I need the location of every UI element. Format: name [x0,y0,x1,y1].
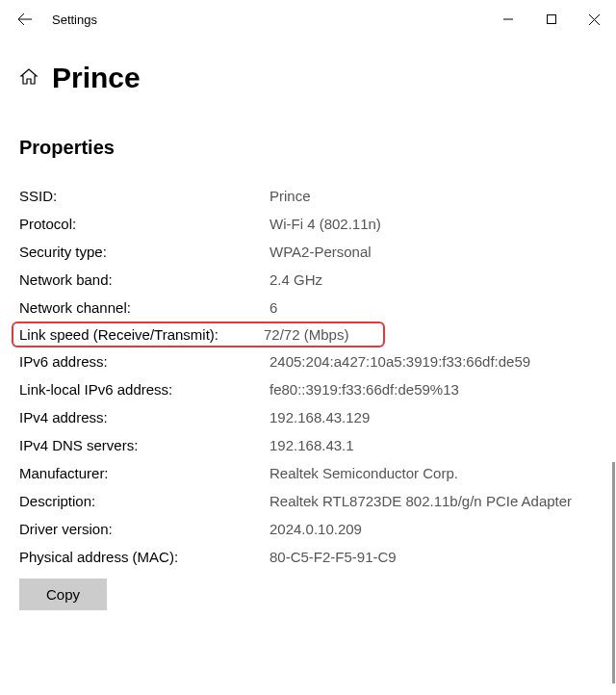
value-channel: 6 [270,299,597,316]
value-protocol: Wi-Fi 4 (802.11n) [270,216,597,232]
label-ssid: SSID: [19,188,270,204]
row-linkspeed-highlighted: Link speed (Receive/Transmit): 72/72 (Mb… [12,322,385,348]
row-driver: Driver version: 2024.0.10.209 [19,515,597,543]
label-channel: Network channel: [19,299,270,316]
label-dns: IPv4 DNS servers: [19,437,270,453]
properties-table: SSID: Prince Protocol: Wi-Fi 4 (802.11n)… [19,182,597,571]
label-manufacturer: Manufacturer: [19,465,270,481]
label-linkspeed: Link speed (Receive/Transmit): [19,326,264,343]
label-description: Description: [19,493,270,509]
label-security: Security type: [19,244,270,260]
label-band: Network band: [19,271,270,288]
page-header: Prince [19,62,597,94]
value-dns: 192.168.43.1 [270,437,597,453]
row-channel: Network channel: 6 [19,294,597,322]
row-mac: Physical address (MAC): 80-C5-F2-F5-91-C… [19,543,597,571]
value-band: 2.4 GHz [270,271,597,288]
scrollbar[interactable] [612,462,615,683]
value-driver: 2024.0.10.209 [270,521,597,537]
label-protocol: Protocol: [19,216,270,232]
row-ipv4: IPv4 address: 192.168.43.129 [19,403,597,431]
row-protocol: Protocol: Wi-Fi 4 (802.11n) [19,210,597,238]
label-linklocal: Link-local IPv6 address: [19,381,270,398]
close-button[interactable] [573,5,616,34]
minimize-button[interactable] [486,5,529,34]
label-ipv6: IPv6 address: [19,353,270,370]
value-ssid: Prince [270,188,597,204]
value-manufacturer: Realtek Semiconductor Corp. [270,465,597,481]
maximize-button[interactable] [529,5,573,34]
label-driver: Driver version: [19,521,270,537]
value-mac: 80-C5-F2-F5-91-C9 [270,549,597,565]
back-button[interactable] [17,12,33,27]
title-bar: Settings [0,0,616,39]
row-description: Description: Realtek RTL8723DE 802.11b/g… [19,487,597,515]
row-ipv6: IPv6 address: 2405:204:a427:10a5:3919:f3… [19,348,597,375]
value-ipv4: 192.168.43.129 [270,409,597,425]
row-ssid: SSID: Prince [19,182,597,210]
copy-button[interactable]: Copy [19,579,107,610]
value-linklocal: fe80::3919:f33:66df:de59%13 [270,381,597,398]
svg-rect-1 [547,15,555,24]
value-linkspeed: 72/72 (Mbps) [264,326,377,343]
home-icon [19,67,38,90]
row-dns: IPv4 DNS servers: 192.168.43.1 [19,431,597,459]
label-ipv4: IPv4 address: [19,409,270,425]
row-band: Network band: 2.4 GHz [19,266,597,294]
row-linklocal: Link-local IPv6 address: fe80::3919:f33:… [19,375,597,403]
label-mac: Physical address (MAC): [19,549,270,565]
value-ipv6: 2405:204:a427:10a5:3919:f33:66df:de59 [270,353,597,370]
section-title: Properties [19,137,597,159]
row-security: Security type: WPA2-Personal [19,238,597,266]
page-title: Prince [52,62,141,94]
row-manufacturer: Manufacturer: Realtek Semiconductor Corp… [19,459,597,487]
value-description: Realtek RTL8723DE 802.11b/g/n PCIe Adapt… [270,493,597,509]
window-title: Settings [52,13,97,27]
value-security: WPA2-Personal [270,244,597,260]
